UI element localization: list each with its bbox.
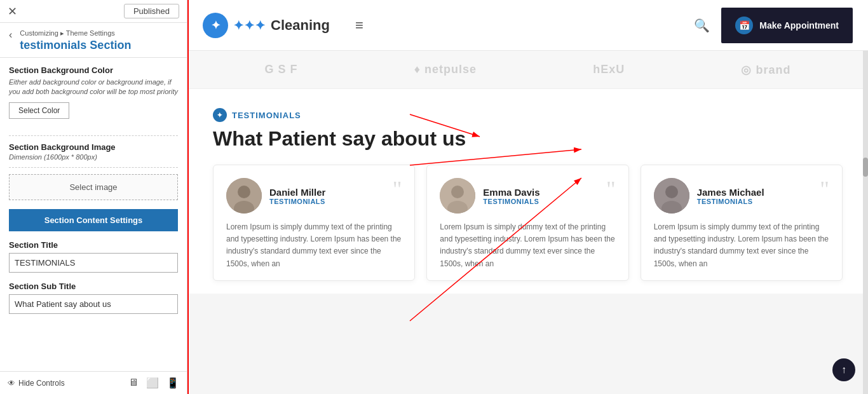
logo-strip-item: ♦ netpulse [414,63,477,76]
scroll-to-top-button[interactable]: ↑ [832,358,855,381]
svg-point-4 [451,186,464,198]
panel-scroll: Section Background Color Either add back… [0,58,187,371]
appointment-button[interactable]: 📅 Make Appointment [721,8,853,43]
hide-controls-button[interactable]: 👁 Hide Controls [8,379,65,388]
logo-strip: G S F ♦ netpulse hExU ◎ brand [187,51,868,89]
nav-logo: ✦ ✦✦✦ Cleaning [203,13,330,38]
section-tag-label: TESTIMONIALS [232,111,301,120]
appointment-label: Make Appointment [759,20,839,31]
tablet-icon[interactable]: ⬜ [146,377,159,389]
tag-icon: ✦ [213,108,227,122]
mobile-icon[interactable]: 📱 [166,377,179,389]
card-tag-2: TESTIMONIALS [483,198,539,205]
card-name-1: Daniel Miller [269,187,325,198]
testimonial-card-2: Emma Davis TESTIMONIALS " Lorem Ipsum is… [426,165,628,281]
cards-row: Daniel Miller TESTIMONIALS " Lorem Ipsum… [213,165,843,281]
breadcrumb: Customizing ▸ Theme Settings [20,29,131,37]
card-header-3: James Michael TESTIMONIALS " [654,178,829,214]
quote-mark-2: " [606,178,616,201]
svg-point-1 [238,186,250,198]
logo-strip-item: hExU [593,63,625,76]
logo-text: Cleaning [271,17,330,34]
logo-strip-item: G S F [265,63,298,76]
card-name-3: James Michael [697,187,764,198]
panel-title: testimonials Section [20,39,131,52]
section-subtitle-label: Section Sub Title [9,282,178,291]
card-text-1: Lorem Ipsum is simply dummy text of the … [226,221,402,270]
left-panel: ✕ Published ‹ Customizing ▸ Theme Settin… [0,0,187,394]
search-icon[interactable]: 🔍 [694,18,710,33]
top-bar: ✕ Published [0,0,187,23]
right-area: ✦ ✦✦✦ Cleaning ≡ 🔍 📅 Make Appointment G … [187,0,868,394]
card-tag-1: TESTIMONIALS [269,198,325,205]
avatar-james [654,178,689,214]
section-main-title: What Patient say about us [213,127,843,151]
section-tag: ✦ TESTIMONIALS [213,108,843,122]
svg-point-7 [665,186,678,198]
scrollbar-thumb [863,158,868,177]
avatar-emma [440,178,475,214]
panel-footer: 👁 Hide Controls 🖥 ⬜ 📱 [0,371,187,394]
quote-mark-3: " [820,178,829,201]
content-settings-button[interactable]: Section Content Settings [9,209,178,231]
card-header-1: Daniel Miller TESTIMONIALS " [226,178,402,214]
logo-strip-item: ◎ brand [741,63,790,77]
card-text-3: Lorem Ipsum is simply dummy text of the … [654,221,829,270]
published-badge: Published [124,4,179,18]
navbar: ✦ ✦✦✦ Cleaning ≡ 🔍 📅 Make Appointment [187,0,868,51]
card-header-2: Emma Davis TESTIMONIALS " [440,178,615,214]
logo-icon: ✦ [203,13,228,38]
bg-image-dim: Dimension (1600px * 800px) [9,153,178,161]
panel-header: ‹ Customizing ▸ Theme Settings testimoni… [0,23,187,58]
select-image-area[interactable]: Select image [9,174,178,200]
hamburger-icon[interactable]: ≡ [355,17,363,34]
testimonials-section: ✦ TESTIMONIALS What Patient say about us [187,89,868,294]
desktop-icon[interactable]: 🖥 [128,377,139,389]
card-tag-3: TESTIMONIALS [697,198,764,205]
card-name-2: Emma Davis [483,187,539,198]
hide-controls-label: Hide Controls [18,379,65,388]
select-color-button[interactable]: Select Color [9,102,69,119]
vertical-scrollbar[interactable] [863,0,868,394]
quote-mark-1: " [393,178,402,201]
section-title-label: Section Title [9,240,178,250]
divider2 [9,167,178,168]
avatar-daniel [226,178,262,214]
logo-symbol: ✦ [211,18,220,32]
back-button[interactable]: ‹ [9,29,12,41]
logo-sparkle: ✦✦✦ [233,18,266,33]
card-text-2: Lorem Ipsum is simply dummy text of the … [440,221,615,270]
bg-color-heading: Section Background Color [9,65,178,75]
section-title-input[interactable] [9,253,178,273]
eye-icon: 👁 [8,379,15,388]
testimonial-card-3: James Michael TESTIMONIALS " Lorem Ipsum… [641,165,843,281]
bg-color-desc: Either add background color or backgroun… [9,78,178,97]
section-subtitle-input[interactable] [9,294,178,314]
appointment-icon: 📅 [735,17,753,34]
footer-icons: 🖥 ⬜ 📱 [128,377,179,389]
close-button[interactable]: ✕ [8,4,17,18]
divider1 [9,135,178,136]
bg-image-heading: Section Background Image [9,142,178,152]
testimonial-card-1: Daniel Miller TESTIMONIALS " Lorem Ipsum… [213,165,415,281]
